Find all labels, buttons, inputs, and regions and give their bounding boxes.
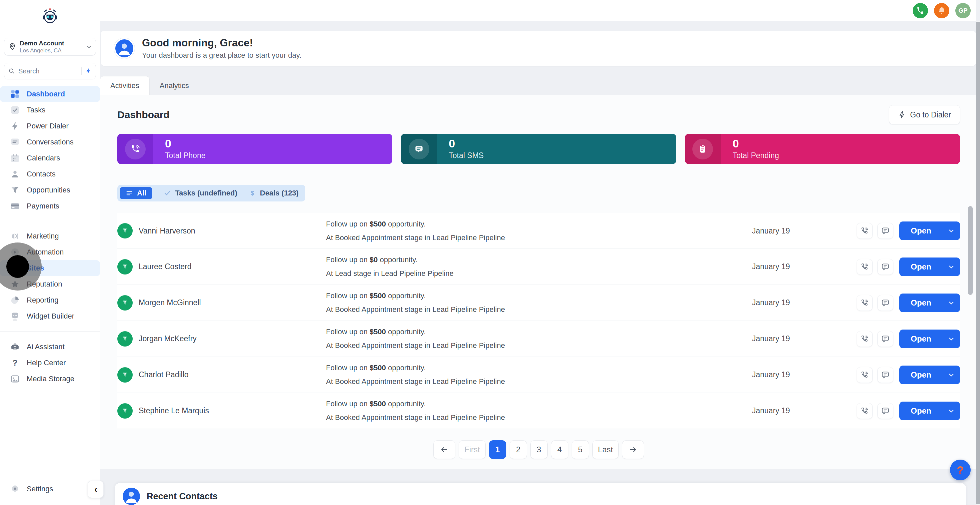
pagination-page-3[interactable]: 3 xyxy=(530,440,548,459)
page-scrollbar-thumb[interactable] xyxy=(976,22,980,504)
filter-tasks[interactable]: Tasks (undefined) xyxy=(164,189,237,198)
open-task-button[interactable]: Open xyxy=(899,366,960,384)
pagination-page-2[interactable]: 2 xyxy=(510,440,527,459)
sidebar-item-opportunities[interactable]: Opportunities xyxy=(0,182,100,198)
ai-assistant-icon xyxy=(10,342,20,352)
opportunity-avatar xyxy=(117,403,133,419)
sidebar-item-label: Automation xyxy=(27,248,64,256)
pagination-next-button[interactable] xyxy=(622,440,644,459)
open-task-button[interactable]: Open xyxy=(899,293,960,312)
sidebar-item-marketing[interactable]: Marketing xyxy=(0,228,100,244)
sidebar-item-settings[interactable]: Settings xyxy=(0,481,100,497)
chevron-down-icon[interactable] xyxy=(943,258,960,276)
call-button[interactable] xyxy=(857,223,873,239)
call-button[interactable] xyxy=(857,331,873,347)
search-divider xyxy=(81,67,82,75)
sidebar-item-payments[interactable]: Payments xyxy=(0,198,100,214)
sidebar-search xyxy=(4,63,96,80)
help-center-icon: ? xyxy=(10,358,20,368)
task-line1-prefix: Follow up on xyxy=(326,363,370,372)
contact-name[interactable]: Charlot Padillo xyxy=(138,370,189,379)
sidebar-item-reputation[interactable]: Reputation xyxy=(0,276,100,292)
reporting-icon xyxy=(10,295,20,305)
call-button[interactable] xyxy=(857,367,873,383)
message-button[interactable] xyxy=(877,331,893,347)
chevron-down-icon[interactable] xyxy=(943,221,960,240)
open-task-button[interactable]: Open xyxy=(899,258,960,276)
chevron-down-icon[interactable] xyxy=(943,366,960,384)
filter-all[interactable]: All xyxy=(120,187,152,199)
quick-actions-bolt-icon[interactable] xyxy=(85,68,92,74)
filter-deals[interactable]: $Deals (123) xyxy=(249,189,299,198)
sidebar-item-help-center[interactable]: ?Help Center xyxy=(0,355,100,371)
account-location: Los Angeles, CA xyxy=(20,47,86,54)
sidebar-item-media-storage[interactable]: Media Storage xyxy=(0,371,100,387)
message-button[interactable] xyxy=(877,259,893,275)
message-button[interactable] xyxy=(877,403,893,419)
open-task-button[interactable]: Open xyxy=(899,330,960,348)
funnel-icon xyxy=(121,406,129,415)
account-switcher[interactable]: Demo Account Los Angeles, CA xyxy=(4,38,96,56)
list-scrollbar-thumb[interactable] xyxy=(968,206,973,295)
sidebar-item-automation[interactable]: Automation xyxy=(0,244,100,260)
call-button[interactable] xyxy=(857,295,873,311)
task-description: Follow up on $500 opportunity. At Booked… xyxy=(326,364,752,385)
sidebar-collapse-button[interactable]: ‹ xyxy=(88,481,103,498)
location-pin-icon xyxy=(8,43,16,51)
stat-value: 0 xyxy=(733,138,779,150)
task-description: Follow up on $500 opportunity. At Booked… xyxy=(326,292,752,313)
chevron-down-icon[interactable] xyxy=(943,293,960,312)
sidebar-item-conversations[interactable]: Conversations xyxy=(0,134,100,150)
notifications-button[interactable] xyxy=(934,3,949,18)
funnel-icon xyxy=(121,263,129,271)
sidebar-item-power-dialer[interactable]: Power Dialer xyxy=(0,118,100,134)
chevron-down-icon[interactable] xyxy=(943,401,960,420)
help-widget-button[interactable]: ? xyxy=(950,460,970,480)
contact-name[interactable]: Morgen McGinnell xyxy=(138,298,201,307)
pagination-page-first[interactable]: First xyxy=(459,440,486,459)
chevron-down-icon[interactable] xyxy=(943,330,960,348)
pagination-page-1[interactable]: 1 xyxy=(489,440,506,459)
sidebar-item-sites[interactable]: Sites xyxy=(0,260,100,276)
pagination-page-5[interactable]: 5 xyxy=(572,440,589,459)
open-task-button[interactable]: Open xyxy=(899,401,960,420)
call-button[interactable] xyxy=(857,259,873,275)
opportunities-icon xyxy=(10,185,20,195)
opportunity-avatar xyxy=(117,223,133,239)
pagination-prev-button[interactable] xyxy=(433,440,455,459)
message-button[interactable] xyxy=(877,223,893,239)
contact-name[interactable]: Vanni Harverson xyxy=(138,226,195,236)
task-line1-prefix: Follow up on xyxy=(326,292,370,300)
sidebar-item-dashboard[interactable]: Dashboard xyxy=(0,86,100,102)
sidebar-item-reporting[interactable]: Reporting xyxy=(0,292,100,308)
contact-name[interactable]: Lauree Costerd xyxy=(138,262,192,271)
sidebar-item-label: Reporting xyxy=(27,296,58,304)
bell-icon xyxy=(937,6,946,15)
media-storage-icon xyxy=(10,374,20,384)
user-avatar[interactable]: GP xyxy=(955,3,970,18)
message-button[interactable] xyxy=(877,295,893,311)
tab-activities[interactable]: Activities xyxy=(100,76,150,95)
sidebar-item-calendars[interactable]: Calendars xyxy=(0,150,100,166)
sidebar-item-label: Sites xyxy=(27,264,45,272)
message-button[interactable] xyxy=(877,367,893,383)
sidebar-item-widget-builder[interactable]: Widget Builder xyxy=(0,308,100,324)
call-button[interactable] xyxy=(857,403,873,419)
sidebar-item-ai-assistant[interactable]: Ai Assistant xyxy=(0,339,100,355)
contact-name[interactable]: Stephine Le Marquis xyxy=(138,406,209,415)
sidebar-item-label: Reputation xyxy=(27,280,62,288)
contact-name[interactable]: Jorgan McKeefry xyxy=(138,334,197,343)
dialer-phone-button[interactable] xyxy=(913,3,928,18)
search-input[interactable] xyxy=(18,67,78,75)
open-task-button[interactable]: Open xyxy=(899,221,960,240)
task-stage: At Lead stage in Lead Pipeline Pipeline xyxy=(326,270,752,277)
account-name: Demo Account xyxy=(20,39,86,47)
payments-icon xyxy=(10,201,20,211)
sidebar-item-tasks[interactable]: Tasks xyxy=(0,102,100,118)
sidebar-item-contacts[interactable]: Contacts xyxy=(0,166,100,182)
sidebar-divider xyxy=(0,221,100,221)
go-to-dialer-button[interactable]: Go to Dialer xyxy=(889,105,960,124)
pagination-page-4[interactable]: 4 xyxy=(551,440,568,459)
pagination-page-last[interactable]: Last xyxy=(592,440,619,459)
tab-analytics[interactable]: Analytics xyxy=(150,76,199,95)
